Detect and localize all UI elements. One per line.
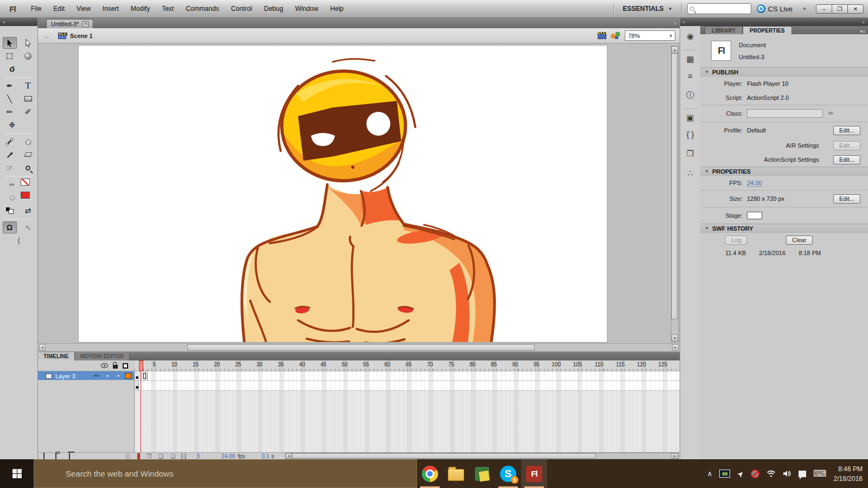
scroll-left-icon[interactable]: ◂ [286,453,292,459]
subselection-tool[interactable] [21,37,35,49]
align-panel-icon[interactable]: ≡ [684,69,697,81]
free-transform-tool[interactable] [3,50,17,62]
menu-item[interactable]: View [72,3,96,15]
keyframe-dot[interactable] [136,376,138,379]
taskbar-app-file-explorer[interactable] [443,459,469,488]
taskbar-app-skype[interactable]: S 5 [495,459,521,488]
straighten-option-button[interactable]: ⟨ [12,235,26,246]
new-folder-button[interactable] [55,453,56,459]
swatches-panel-icon[interactable]: ▦ [684,50,697,62]
pen-tool[interactable]: ✒ [3,80,17,92]
layer-visibility-toggle[interactable]: • [106,372,109,379]
menu-item[interactable]: Window [290,3,324,15]
swf-history-section-header[interactable]: ▼ SWF HISTORY [700,224,868,233]
start-button[interactable] [0,459,34,488]
blocked-status-tray-icon[interactable] [751,470,759,478]
layer-frames[interactable] [135,381,680,391]
cs-live-button[interactable]: CS Live [757,4,793,13]
snap-to-objects-toggle[interactable]: Ω [3,221,17,233]
outline-all-layers-icon[interactable] [123,363,128,369]
fps-value[interactable]: 24.00 [747,180,762,187]
chevron-down-icon[interactable]: ▼ [798,7,811,11]
center-frame-button[interactable] [137,453,140,459]
layer-outline-color-swatch[interactable] [125,373,131,379]
stage-canvas[interactable] [79,46,607,342]
stroke-color-swatch[interactable] [21,179,30,186]
playhead-marker[interactable] [139,360,143,371]
eyedropper-tool[interactable] [3,149,17,161]
onion-skin-button[interactable]: ❐ [147,453,151,459]
modify-markers-button[interactable]: [·] [181,453,186,459]
timeline-scroll-thumb[interactable] [292,453,596,459]
hand-tool[interactable]: ☞ [3,162,17,174]
onion-skin-outlines-button[interactable]: ❑ [159,453,163,459]
log-button[interactable]: Log [725,236,747,245]
keyboard-icon[interactable]: ⌨ [813,468,827,479]
action-center-icon[interactable] [799,471,806,477]
menu-item[interactable]: Edit [48,3,69,15]
system-monitor-tray-icon[interactable]: 99 [719,470,730,478]
size-edit-button[interactable]: Edit... [833,194,860,204]
scroll-left-icon[interactable]: ◂ [39,344,46,351]
tab-motion-editor[interactable]: MOTION EDITOR [75,352,130,360]
tray-chevron-up-icon[interactable]: ∧ [707,470,713,478]
selection-tool[interactable] [3,37,17,49]
scroll-down-icon[interactable]: ▾ [671,334,678,341]
keyframe-dot[interactable] [136,386,138,389]
properties-panel-header[interactable]: » [700,18,868,26]
components-panel-icon[interactable]: ❒ [684,148,697,160]
scroll-right-icon[interactable]: ▸ [672,344,679,351]
profile-edit-button[interactable]: Edit... [833,126,860,135]
menu-item[interactable]: Text [157,3,179,15]
dock-strip-header[interactable]: « [680,18,700,26]
menu-item[interactable]: Debug [259,3,288,15]
clear-button[interactable]: Clear [786,236,812,245]
close-document-icon[interactable]: ✕ [83,21,88,27]
stage-horizontal-scrollbar[interactable]: ◂ ▸ [38,343,680,352]
fill-color-swatch[interactable] [21,192,30,199]
tab-library[interactable]: LIBRARY [705,26,743,34]
bone-tool[interactable] [3,136,17,148]
help-search-box[interactable] [687,3,751,14]
pencil-tool[interactable]: ✏ [3,106,17,118]
3d-rotation-tool[interactable] [21,50,35,62]
properties-section-header[interactable]: ▼ PROPERTIES [700,167,868,176]
color-panel-icon[interactable]: ◉ [684,30,697,42]
workspace-switcher[interactable]: ESSENTIALS ▼ [619,3,675,14]
menu-item[interactable]: Help [325,3,349,15]
rectangle-tool[interactable] [21,93,35,105]
taskbar-search-box[interactable]: Search the web and Windows [34,459,417,488]
taskbar-app-flash[interactable]: Fl [521,459,547,488]
tab-timeline[interactable]: TIMELINE [38,352,75,360]
layer-frames[interactable] [135,371,680,381]
menu-item[interactable]: Control [226,3,257,15]
show-hide-all-layers-icon[interactable] [101,363,108,368]
scroll-right-icon[interactable]: ▸ [671,453,678,459]
code-snippets-panel-icon[interactable]: { } [684,128,697,140]
deco-tool[interactable]: ❉ [5,119,19,131]
search-input[interactable] [696,5,745,12]
menu-item[interactable]: File [26,3,46,15]
panel-menu-icon[interactable]: ▾≡ [860,29,865,34]
motion-presets-panel-icon[interactable]: ∴ [684,167,697,179]
taskbar-clock[interactable]: 8:46 PM 2/18/2016 [834,464,863,484]
edit-symbols-icon[interactable] [611,32,620,40]
transform-panel-icon[interactable]: ▣ [684,109,697,121]
class-input[interactable] [747,109,823,118]
edit-multiple-frames-button[interactable]: ❏ [170,453,175,459]
timeline-ruler[interactable]: 5101520253035404550556065707580859095100… [135,360,680,371]
wifi-icon[interactable] [766,470,776,477]
minimize-button[interactable]: – [816,4,832,14]
edit-class-pencil-icon[interactable]: ✏ [828,110,834,117]
back-arrow-icon[interactable]: ← [43,31,52,40]
vertical-scroll-thumb[interactable] [671,53,678,319]
new-layer-button[interactable] [43,453,45,459]
arrow-tray-icon[interactable]: ➤ [735,468,746,479]
scene-breadcrumb[interactable]: Scene 1 [70,33,93,39]
brush-tool[interactable]: ✐ [21,106,35,118]
frame-end-marker[interactable] [143,373,146,379]
horizontal-scroll-thumb[interactable] [187,344,535,351]
smooth-option-button[interactable]: ∿ [21,221,35,233]
delete-layer-button[interactable] [69,453,70,459]
edit-scene-icon[interactable] [598,32,606,39]
